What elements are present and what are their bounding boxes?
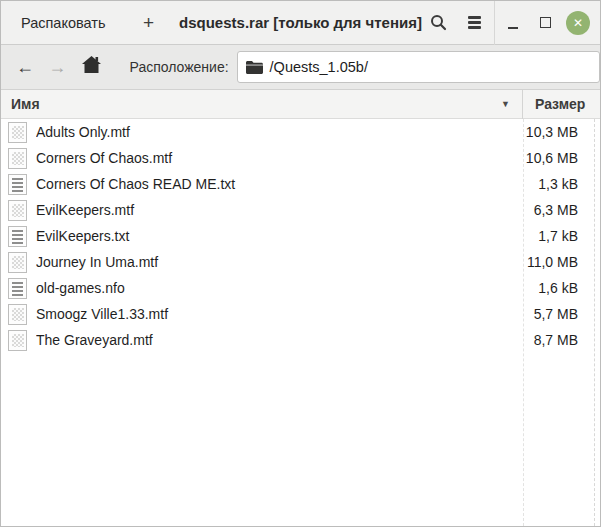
file-size: 10,6 MB (523, 150, 594, 166)
table-row[interactable]: Journey In Uma.mtf 11,0 MB (1, 249, 600, 275)
binary-file-icon (8, 148, 27, 169)
column-gridline (523, 119, 524, 526)
file-name: old-games.nfo (36, 280, 523, 296)
location-input[interactable]: /Quests_1.05b/ (237, 51, 600, 83)
table-row[interactable]: old-games.nfo 1,6 kB (1, 275, 600, 301)
table-row[interactable]: The Graveyard.mtf 8,7 MB (1, 327, 600, 353)
file-name: EvilKeepers.txt (36, 228, 523, 244)
maximize-icon (540, 17, 551, 28)
text-file-icon (8, 174, 27, 195)
binary-file-icon (8, 252, 27, 273)
file-size: 6,3 MB (523, 202, 594, 218)
file-name: Journey In Uma.mtf (36, 254, 523, 270)
table-row[interactable]: Smoogz Ville1.33.mtf 5,7 MB (1, 301, 600, 327)
file-name: Corners Of Chaos READ ME.txt (36, 176, 523, 192)
minimize-button[interactable] (497, 6, 529, 40)
column-header-size[interactable]: Размер (523, 90, 600, 118)
file-name: Corners Of Chaos.mtf (36, 150, 523, 166)
file-name: Adults Only.mtf (36, 124, 523, 140)
navigation-toolbar: ← → Расположение: /Quests_1.05b/ (1, 45, 600, 90)
headerbar-separator (494, 1, 495, 45)
back-button[interactable]: ← (9, 50, 41, 84)
close-button[interactable]: ✕ (561, 6, 595, 40)
table-row[interactable]: EvilKeepers.txt 1,7 kB (1, 223, 600, 249)
search-button[interactable] (420, 6, 456, 40)
table-row[interactable]: Corners Of Chaos READ ME.txt 1,3 kB (1, 171, 600, 197)
text-file-icon (8, 226, 27, 247)
home-icon (82, 56, 101, 78)
table-row[interactable]: EvilKeepers.mtf 6,3 MB (1, 197, 600, 223)
file-list: Adults Only.mtf 10,3 MB Corners Of Chaos… (1, 119, 600, 526)
add-files-button[interactable]: + (133, 6, 163, 40)
location-value: /Quests_1.05b/ (270, 59, 368, 75)
close-icon: ✕ (566, 11, 590, 35)
sort-descending-icon: ▼ (501, 99, 510, 109)
column-header-name[interactable]: Имя ▼ (1, 90, 522, 118)
file-name: EvilKeepers.mtf (36, 202, 523, 218)
back-arrow-icon: ← (16, 57, 34, 78)
menu-button[interactable] (456, 6, 492, 40)
binary-file-icon (8, 122, 27, 143)
file-name: The Graveyard.mtf (36, 332, 523, 348)
forward-button[interactable]: → (41, 50, 73, 84)
extract-button[interactable]: Распаковать (19, 6, 107, 40)
file-size: 10,3 MB (523, 124, 594, 140)
file-name: Smoogz Ville1.33.mtf (36, 306, 523, 322)
location-label: Расположение: (130, 59, 229, 75)
text-file-icon (8, 278, 27, 299)
home-button[interactable] (75, 50, 107, 84)
name-column-label: Имя (11, 96, 40, 112)
archive-manager-window: Распаковать + dsquests.rar [только для ч… (0, 0, 601, 527)
file-size: 1,3 kB (523, 176, 594, 192)
hamburger-menu-icon (468, 16, 481, 28)
file-size: 1,6 kB (523, 280, 594, 296)
minimize-icon (508, 27, 518, 29)
search-icon (430, 14, 447, 31)
maximize-button[interactable] (529, 6, 561, 40)
binary-file-icon (8, 200, 27, 221)
headerbar: Распаковать + dsquests.rar [только для ч… (1, 1, 600, 45)
file-size: 8,7 MB (523, 332, 594, 348)
size-column-label: Размер (535, 96, 585, 112)
folder-icon (246, 61, 263, 74)
file-size: 11,0 MB (523, 254, 594, 270)
table-row[interactable]: Corners Of Chaos.mtf 10,6 MB (1, 145, 600, 171)
file-size: 5,7 MB (523, 306, 594, 322)
binary-file-icon (8, 304, 27, 325)
column-gridline (594, 119, 595, 526)
forward-arrow-icon: → (48, 57, 66, 78)
list-header: Имя ▼ Размер (1, 90, 600, 119)
table-row[interactable]: Adults Only.mtf 10,3 MB (1, 119, 600, 145)
file-size: 1,7 kB (523, 228, 594, 244)
binary-file-icon (8, 330, 27, 351)
